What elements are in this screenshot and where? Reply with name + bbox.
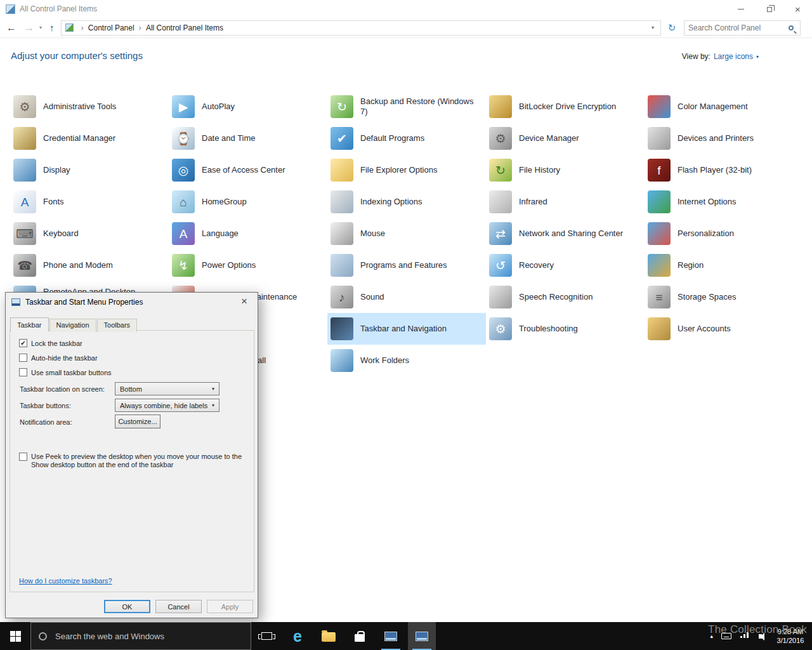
cp-item-credential-manager[interactable]: Credential Manager xyxy=(10,123,169,154)
taskbar-buttons-select[interactable]: Always combine, hide labels ▾ xyxy=(115,399,219,412)
taskbar: e ▴ 9:28 AM 3/1/2016 The Collection Book xyxy=(0,622,812,650)
cp-item-devices-printers[interactable]: Devices and Printers xyxy=(645,123,803,154)
cp-item-storage-spaces[interactable]: ≡Storage Spaces xyxy=(645,281,803,313)
cp-item-default-programs[interactable]: ✔Default Programs xyxy=(327,123,486,154)
breadcrumb-item-control-panel[interactable]: Control Panel xyxy=(88,23,134,32)
dialog-tabs: Taskbar Navigation Toolbars xyxy=(10,319,138,332)
work-folders-icon xyxy=(331,349,353,372)
tab-toolbars[interactable]: Toolbars xyxy=(97,319,138,332)
cancel-button[interactable]: Cancel xyxy=(155,600,202,613)
color-management-icon xyxy=(648,95,671,118)
forward-button[interactable]: → xyxy=(24,22,34,34)
cp-item-region[interactable]: Region xyxy=(645,249,803,281)
cp-item-recovery[interactable]: ↺Recovery xyxy=(486,249,645,281)
cp-item-color-management[interactable]: Color Management xyxy=(645,91,803,123)
cp-item-sound[interactable]: ♪Sound xyxy=(327,281,486,313)
cp-item-bitlocker[interactable]: BitLocker Drive Encryption xyxy=(486,91,645,123)
cp-item-date-time[interactable]: ⌚Date and Time xyxy=(169,123,327,154)
address-dropdown-chevron-icon[interactable]: ▾ xyxy=(649,25,657,30)
taskbar-buttons-value: Always combine, hide labels xyxy=(120,402,207,409)
taskbar-properties-app-icon xyxy=(416,632,428,641)
control-panel-search[interactable] xyxy=(684,20,801,36)
cp-item-network-sharing[interactable]: ⇄Network and Sharing Center xyxy=(486,218,645,249)
peek-checkbox[interactable] xyxy=(19,453,27,461)
clock-time: 9:28 AM xyxy=(778,627,803,636)
dialog-title: Taskbar and Start Menu Properties xyxy=(25,298,143,307)
cp-item-mouse[interactable]: Mouse xyxy=(327,218,486,249)
taskbar-search[interactable] xyxy=(30,622,251,650)
cp-item-ease-of-access[interactable]: ◎Ease of Access Center xyxy=(169,154,327,186)
taskbar-search-input[interactable] xyxy=(31,632,251,641)
dialog-close-button[interactable]: × xyxy=(237,295,251,308)
cp-item-administrative-tools[interactable]: ⚙Administrative Tools xyxy=(10,91,169,123)
cp-item-troubleshooting[interactable]: ⚙Troubleshooting xyxy=(486,313,645,345)
file-explorer-button[interactable] xyxy=(315,622,343,650)
hidden-icons-chevron-icon[interactable]: ▴ xyxy=(710,633,713,639)
lock-taskbar-checkbox[interactable]: ✔ xyxy=(19,339,27,347)
chevron-down-icon[interactable]: ▾ xyxy=(756,54,759,60)
customize-taskbars-link[interactable]: How do I customize taskbars? xyxy=(19,577,112,585)
cp-item-speech-recognition[interactable]: Speech Recognition xyxy=(486,281,645,313)
cp-item-keyboard[interactable]: ⌨Keyboard xyxy=(10,218,169,249)
cp-item-file-explorer-options[interactable]: File Explorer Options xyxy=(327,154,486,186)
ok-button[interactable]: OK xyxy=(104,600,150,613)
refresh-button[interactable]: ↻ xyxy=(664,20,680,36)
view-by-label: View by: xyxy=(682,52,710,61)
small-buttons-label: Use small taskbar buttons xyxy=(31,369,112,376)
cp-item-power-options[interactable]: ↯Power Options xyxy=(169,249,327,281)
cp-item-device-manager[interactable]: ⚙Device Manager xyxy=(486,123,645,154)
lock-taskbar-label: Lock the taskbar xyxy=(31,340,82,347)
touch-keyboard-icon[interactable] xyxy=(721,633,731,639)
search-input[interactable] xyxy=(688,23,789,32)
cp-item-label: Date and Time xyxy=(202,133,256,143)
clock-date: 3/1/2016 xyxy=(777,636,804,645)
store-button[interactable] xyxy=(346,622,374,650)
restore-button[interactable] xyxy=(755,0,783,18)
volume-icon[interactable] xyxy=(759,634,762,639)
breadcrumb-item-all-items[interactable]: All Control Panel Items xyxy=(146,23,223,32)
autohide-taskbar-checkbox[interactable] xyxy=(19,354,27,362)
chevron-down-icon: ▾ xyxy=(212,402,214,408)
cp-item-phone-modem[interactable]: ☎Phone and Modem xyxy=(10,249,169,281)
cp-item-label: Backup and Restore (Windows 7) xyxy=(360,96,478,117)
cp-item-programs-features[interactable]: Programs and Features xyxy=(327,249,486,281)
cp-item-user-accounts[interactable]: User Accounts xyxy=(645,313,803,345)
control-panel-taskbar-button[interactable] xyxy=(377,622,405,650)
dialog-titlebar[interactable]: Taskbar and Start Menu Properties × xyxy=(6,293,258,312)
task-view-button[interactable] xyxy=(252,622,280,650)
taskbar-clock[interactable]: 9:28 AM 3/1/2016 xyxy=(774,627,807,645)
cp-item-taskbar-navigation[interactable]: Taskbar and Navigation xyxy=(327,313,486,345)
tab-taskbar[interactable]: Taskbar xyxy=(10,317,49,331)
cp-item-autoplay[interactable]: ▶AutoPlay xyxy=(169,91,327,123)
cp-item-file-history[interactable]: ↻File History xyxy=(486,154,645,186)
tab-navigation[interactable]: Navigation xyxy=(49,319,96,332)
cp-item-internet-options[interactable]: Internet Options xyxy=(645,186,803,218)
recent-pages-chevron-icon[interactable]: ▾ xyxy=(39,25,42,30)
cp-item-homegroup[interactable]: ⌂HomeGroup xyxy=(169,186,327,218)
cp-item-infrared[interactable]: Infrared xyxy=(486,186,645,218)
cp-item-flash-player[interactable]: fFlash Player (32-bit) xyxy=(645,154,803,186)
up-button[interactable]: ↑ xyxy=(49,22,55,33)
taskbar-properties-taskbar-button[interactable] xyxy=(408,622,436,650)
cp-item-fonts[interactable]: AFonts xyxy=(10,186,169,218)
small-buttons-checkbox[interactable] xyxy=(19,368,27,376)
close-button[interactable]: × xyxy=(783,0,812,18)
taskbar-location-select[interactable]: Bottom ▾ xyxy=(115,382,219,395)
start-button[interactable] xyxy=(0,622,30,650)
cp-item-language[interactable]: ALanguage xyxy=(169,218,327,249)
breadcrumb-location-icon xyxy=(65,23,74,32)
customize-button[interactable]: Customize... xyxy=(115,415,160,428)
edge-button[interactable]: e xyxy=(284,622,311,650)
apply-button[interactable]: Apply xyxy=(207,600,253,613)
cp-item-backup-restore[interactable]: ↻Backup and Restore (Windows 7) xyxy=(327,91,486,123)
cp-item-personalization[interactable]: Personalization xyxy=(645,218,803,249)
cp-item-display[interactable]: Display xyxy=(10,154,169,186)
view-by-dropdown[interactable]: Large icons xyxy=(714,52,753,61)
windows-logo-icon xyxy=(10,631,21,642)
network-icon[interactable] xyxy=(743,634,745,638)
back-button[interactable]: ← xyxy=(6,22,16,34)
cp-item-indexing-options[interactable]: Indexing Options xyxy=(327,186,486,218)
cp-item-work-folders[interactable]: Work Folders xyxy=(327,345,486,376)
minimize-button[interactable] xyxy=(726,0,755,18)
breadcrumb[interactable]: › Control Panel › All Control Panel Item… xyxy=(61,20,661,36)
